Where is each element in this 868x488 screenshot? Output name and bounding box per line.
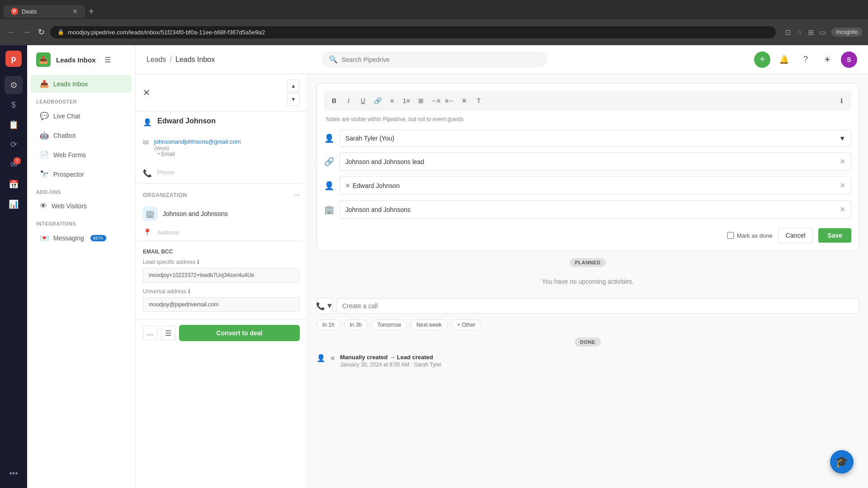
save-button[interactable]: Save — [818, 228, 851, 243]
tab-favicon: P — [11, 8, 18, 15]
pipedrive-ext-btn[interactable]: ⊞ — [808, 28, 814, 37]
window-btn[interactable]: ▭ — [819, 28, 826, 37]
address-bar[interactable]: 🔒 moodjoy.pipedrive.com/leads/inbox/51f2… — [50, 26, 776, 38]
table-btn[interactable]: ⊞ — [415, 94, 427, 107]
time-chip-3h[interactable]: In 3h — [344, 319, 368, 330]
person-field[interactable]: ✕ Edward Johnson ✕ — [340, 176, 851, 195]
sidebar-item-chatbot[interactable]: 🤖 Chatbot — [31, 127, 132, 144]
mark-done-checkbox[interactable] — [727, 232, 734, 239]
contact-panel: ✕ ▲ ▼ 👤 Edward Johnson ✉ john — [136, 74, 307, 488]
ordered-list-btn[interactable]: 1≡ — [400, 94, 413, 107]
activity-form-card: B I U 🔗 ≡ 1≡ ⊞ →≡ ≡← ✕ T ℹ — [316, 83, 859, 251]
sidebar-icon-calendar[interactable]: 📅 — [5, 175, 23, 193]
italic-btn[interactable]: I — [342, 94, 355, 107]
sidebar-icon-home[interactable]: ⊙ — [5, 76, 23, 94]
bullet-list-btn[interactable]: ≡ — [386, 94, 398, 107]
lock-icon: 🔒 — [57, 29, 64, 35]
time-chip-next-week[interactable]: Next week — [410, 319, 448, 330]
back-btn[interactable]: ← — [5, 26, 17, 39]
sidebar-icon-reports[interactable]: 📊 — [5, 195, 23, 213]
person-form-icon: 👤 — [324, 181, 334, 191]
universal-label: Universal address ℹ — [143, 288, 300, 295]
extension-btn[interactable]: ⊡ — [785, 28, 791, 37]
indent-btn[interactable]: →≡ — [429, 94, 442, 107]
user-dropdown-value: Sarah Tyler (You) — [345, 135, 394, 142]
org-field-close-btn[interactable]: ✕ — [840, 205, 845, 214]
sidebar-icon-more[interactable]: ••• — [5, 465, 23, 483]
browser-tab[interactable]: P Deals ✕ — [4, 5, 85, 18]
nav-item-label-chatbot: Chatbot — [53, 132, 75, 139]
sidebar-item-live-chat[interactable]: 💬 Live Chat — [31, 107, 132, 125]
underline-btn[interactable]: U — [357, 94, 369, 107]
sidebar-item-web-visitors[interactable]: 👁 Web Visitors — [31, 197, 132, 215]
sidebar-icon-leads[interactable]: ⟳ — [5, 136, 23, 154]
address-placeholder: Address — [157, 229, 179, 236]
time-chip-1h[interactable]: In 1h — [316, 319, 340, 330]
archive-icon: ☰ — [165, 329, 171, 338]
clear-btn[interactable]: ✕ — [458, 94, 471, 107]
sidebar-icon-activities[interactable]: 📋 — [5, 116, 23, 134]
user-dropdown[interactable]: Sarah Tyler (You) ▼ — [340, 130, 851, 147]
browser-tabs: P Deals ✕ + — [0, 0, 868, 19]
prospector-icon: 🔭 — [40, 170, 49, 178]
archive-btn[interactable]: ☰ — [161, 326, 175, 340]
call-type-btn[interactable]: 📞 ▼ — [316, 298, 333, 314]
sidebar-item-messaging[interactable]: 💌 Messaging BETA — [31, 229, 132, 247]
create-call-input[interactable] — [336, 298, 859, 314]
scroll-up-btn[interactable]: ▲ — [287, 80, 300, 92]
right-panel: B I U 🔗 ≡ 1≡ ⊞ →≡ ≡← ✕ T ℹ — [307, 74, 868, 488]
text-btn[interactable]: T — [472, 94, 485, 107]
sidebar-item-leads-inbox[interactable]: 📥 Leads Inbox — [31, 75, 132, 93]
person-tag-remove-btn[interactable]: ✕ — [345, 183, 350, 189]
bookmark-btn[interactable]: ☆ — [796, 28, 802, 37]
help-btn[interactable]: ? — [797, 52, 814, 68]
email-area: johnsonandjohhsons@gmail.com (Work) • Em… — [154, 137, 300, 157]
lead-specific-value[interactable]: moodjoy+10223372+leadb7Uvj34sxn4u4Ue — [143, 268, 300, 282]
org-more-btn[interactable]: ··· — [294, 191, 300, 199]
sidebar-item-prospector[interactable]: 🔭 Prospector — [31, 165, 132, 183]
time-chip-other[interactable]: + Other — [451, 319, 481, 330]
contact-info-row: 👤 Edward Johnson — [136, 112, 307, 132]
sidebar-icon-mail[interactable]: ✉ 7 — [5, 155, 23, 174]
call-dropdown-arrow: ▼ — [326, 302, 333, 310]
settings-btn[interactable]: ☀ — [819, 52, 835, 68]
nav-collapse-btn[interactable]: ☰ — [101, 53, 114, 66]
scroll-down-btn[interactable]: ▼ — [287, 93, 300, 106]
cancel-button[interactable]: Cancel — [778, 228, 813, 243]
notifications-btn[interactable]: 🔔 — [776, 52, 792, 68]
more-options-btn[interactable]: ... — [143, 326, 157, 340]
sidebar-item-web-forms[interactable]: 📄 Web Forms — [31, 146, 132, 164]
phone-row: 📞 Phone — [136, 163, 307, 183]
close-panel-btn[interactable]: ✕ — [143, 87, 151, 98]
forward-btn[interactable]: → — [21, 26, 33, 39]
user-avatar[interactable]: S — [841, 52, 857, 68]
tab-close-btn[interactable]: ✕ — [72, 8, 78, 15]
outdent-btn[interactable]: ≡← — [443, 94, 456, 107]
fab-button[interactable]: 🎓 — [830, 450, 854, 474]
breadcrumb: Leads / Leads Inbox — [146, 56, 215, 64]
bold-btn[interactable]: B — [328, 94, 340, 107]
search-input[interactable] — [341, 56, 540, 63]
breadcrumb-parent[interactable]: Leads — [146, 56, 166, 64]
time-chip-tomorrow[interactable]: Tomorrow — [371, 319, 407, 330]
add-button[interactable]: + — [754, 52, 770, 68]
org-section-title: ORGANIZATION — [143, 192, 187, 198]
email-link[interactable]: johnsonandjohhsons@gmail.com — [154, 138, 241, 145]
refresh-btn[interactable]: ↻ — [36, 25, 47, 39]
app-logo[interactable]: p — [5, 51, 22, 67]
sidebar-icon-deals[interactable]: $ — [5, 96, 23, 114]
link-field[interactable]: Johnson and Johnsons lead ✕ — [340, 152, 851, 171]
info-btn[interactable]: ℹ — [835, 94, 848, 107]
link-field-value: Johnson and Johnsons lead — [345, 158, 424, 165]
universal-value[interactable]: moodjoy@pipedrivemail.com — [143, 297, 300, 312]
link-btn[interactable]: 🔗 — [371, 94, 384, 107]
search-bar[interactable]: 🔍 — [321, 52, 547, 67]
beta-badge: BETA — [90, 235, 106, 241]
new-tab-btn[interactable]: + — [89, 6, 94, 17]
person-field-close-btn[interactable]: ✕ — [840, 181, 845, 190]
convert-to-deal-btn[interactable]: Convert to deal — [179, 325, 300, 341]
org-field[interactable]: Johnson and Johnsons ✕ — [340, 200, 851, 219]
link-field-close-btn[interactable]: ✕ — [840, 157, 845, 166]
org-name[interactable]: Johnson and Johnsons — [163, 210, 228, 217]
chevron-down-icon: ▼ — [839, 135, 845, 142]
